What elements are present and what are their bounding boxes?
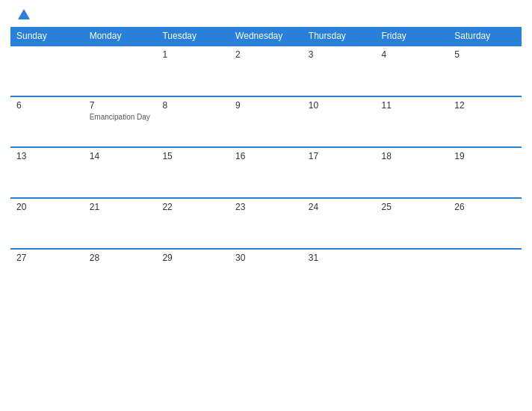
calendar-day-cell: 13 [10, 147, 84, 198]
calendar-day-cell [448, 249, 522, 300]
calendar-day-cell: 3 [303, 46, 376, 96]
calendar-day-cell: 4 [376, 46, 449, 96]
day-number: 9 [235, 100, 297, 111]
day-number: 26 [454, 202, 516, 212]
day-number: 7 [90, 100, 151, 111]
calendar-header-sunday: Sunday [10, 27, 84, 46]
calendar-day-cell: 8 [156, 96, 229, 147]
day-number: 6 [16, 100, 78, 111]
calendar-day-cell: 9 [229, 96, 303, 147]
day-number: 18 [382, 151, 443, 161]
day-number: 29 [162, 253, 223, 263]
day-number: 4 [382, 49, 443, 60]
header [0, 0, 532, 27]
calendar-table: SundayMondayTuesdayWednesdayThursdayFrid… [10, 27, 522, 300]
calendar-day-cell: 23 [229, 198, 303, 249]
calendar-day-cell: 26 [448, 198, 522, 249]
calendar-day-cell: 19 [448, 147, 522, 198]
calendar-day-cell: 5 [448, 46, 522, 96]
calendar-day-cell: 11 [376, 96, 449, 147]
day-number: 31 [309, 253, 370, 263]
calendar-day-cell: 7Emancipation Day [84, 96, 157, 147]
calendar-day-cell: 31 [303, 249, 376, 300]
day-number: 19 [454, 151, 516, 161]
day-number: 23 [235, 202, 297, 212]
calendar-week-row: 13141516171819 [10, 147, 522, 198]
day-number: 13 [16, 151, 78, 161]
calendar-day-cell: 16 [229, 147, 303, 198]
calendar-header-wednesday: Wednesday [229, 27, 303, 46]
day-event: Emancipation Day [90, 112, 151, 122]
calendar-day-cell: 6 [10, 96, 84, 147]
day-number: 5 [454, 49, 516, 60]
day-number: 8 [162, 100, 223, 111]
calendar-day-cell: 10 [303, 96, 376, 147]
calendar-header-thursday: Thursday [303, 27, 376, 46]
day-number: 27 [16, 253, 78, 263]
day-number: 16 [235, 151, 297, 161]
day-number: 15 [162, 151, 223, 161]
calendar-header-row: SundayMondayTuesdayWednesdayThursdayFrid… [10, 27, 522, 46]
day-number: 14 [90, 151, 151, 161]
calendar-day-cell [10, 46, 84, 96]
logo [13, 9, 33, 21]
calendar-day-cell [376, 249, 449, 300]
calendar-day-cell: 24 [303, 198, 376, 249]
day-number: 10 [309, 100, 370, 111]
calendar-day-cell: 17 [303, 147, 376, 198]
calendar-day-cell: 30 [229, 249, 303, 300]
calendar-day-cell: 25 [376, 198, 449, 249]
day-number: 17 [309, 151, 370, 161]
calendar-day-cell: 22 [156, 198, 229, 249]
day-number: 3 [309, 49, 370, 60]
logo-triangle-icon [18, 9, 30, 19]
day-number: 12 [454, 100, 516, 111]
day-number: 25 [382, 202, 443, 212]
calendar-week-row: 12345 [10, 46, 522, 96]
calendar-day-cell: 27 [10, 249, 84, 300]
page: SundayMondayTuesdayWednesdayThursdayFrid… [0, 0, 532, 411]
calendar-day-cell: 20 [10, 198, 84, 249]
day-number: 28 [90, 253, 151, 263]
calendar-day-cell: 12 [448, 96, 522, 147]
day-number: 20 [16, 202, 78, 212]
calendar-header-tuesday: Tuesday [156, 27, 229, 46]
day-number: 22 [162, 202, 223, 212]
calendar-day-cell: 18 [376, 147, 449, 198]
calendar-day-cell: 29 [156, 249, 229, 300]
calendar-header-monday: Monday [84, 27, 157, 46]
calendar-day-cell [84, 46, 157, 96]
calendar-day-cell: 1 [156, 46, 229, 96]
day-number: 1 [162, 49, 223, 60]
day-number: 24 [309, 202, 370, 212]
calendar-day-cell: 28 [84, 249, 157, 300]
calendar-day-cell: 15 [156, 147, 229, 198]
calendar-week-row: 67Emancipation Day89101112 [10, 96, 522, 147]
calendar-week-row: 20212223242526 [10, 198, 522, 249]
calendar-week-row: 2728293031 [10, 249, 522, 300]
calendar-day-cell: 14 [84, 147, 157, 198]
day-number: 2 [235, 49, 297, 60]
calendar-day-cell: 21 [84, 198, 157, 249]
day-number: 21 [90, 202, 151, 212]
day-number: 11 [382, 100, 443, 111]
calendar-header-saturday: Saturday [448, 27, 522, 46]
calendar-header-friday: Friday [376, 27, 449, 46]
calendar-day-cell: 2 [229, 46, 303, 96]
day-number: 30 [235, 253, 297, 263]
